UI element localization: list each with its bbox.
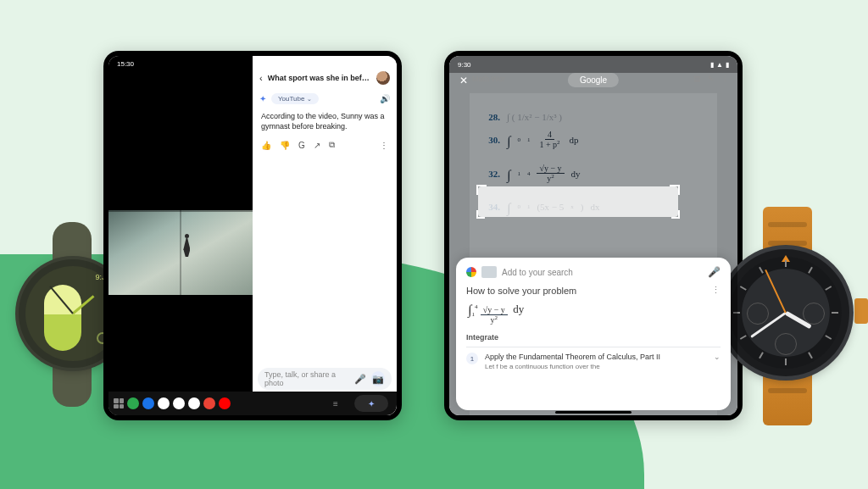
- bezel-tick: [832, 312, 838, 314]
- math-problem: 30. ∫01 41 + p2 dp: [481, 131, 705, 149]
- step-title: Apply the Fundamental Theorem of Calculu…: [485, 353, 660, 361]
- watch-subdial: [747, 303, 769, 325]
- bezel-tick: [759, 267, 764, 274]
- assistant-input[interactable]: Type, talk, or share a photo 🎤 📷: [258, 368, 392, 390]
- math-problem: 28. ∫ ( 1/x² − 1/x³ ): [481, 112, 705, 122]
- google-search-overlay[interactable]: Google: [568, 73, 619, 87]
- assistant-panel: ‹ What sport was she in befo... ✦ YouTub…: [253, 56, 397, 415]
- profile-avatar[interactable]: [376, 71, 390, 85]
- signal-icon: ▮: [365, 60, 369, 68]
- bezel-tick: [808, 352, 813, 358]
- app-youtube-icon[interactable]: [219, 397, 231, 409]
- mic-icon[interactable]: 🎤: [708, 266, 721, 278]
- bezel-tick: [808, 267, 813, 274]
- copy-icon[interactable]: ⧉: [329, 140, 335, 150]
- sparkle-icon: ✦: [259, 94, 266, 103]
- app-drawer-icon[interactable]: [114, 398, 124, 408]
- video-pane: [108, 56, 253, 415]
- input-placeholder: Type, talk, or share a photo: [264, 370, 349, 387]
- doc-action-icon[interactable]: ▤: [693, 75, 701, 83]
- status-time: 9:30: [458, 61, 471, 69]
- step-subtext: Let f be a continuous function over the: [485, 363, 660, 370]
- nav-recents-icon[interactable]: ≡: [331, 399, 341, 408]
- status-bar: 9:30 ▮ ▲ ▮: [449, 56, 737, 73]
- app-photos-icon[interactable]: [188, 397, 200, 409]
- status-bar: 15:30 ▲ ▮ 100%: [108, 56, 397, 71]
- chevron-down-icon: ⌄: [307, 96, 312, 103]
- home-indicator[interactable]: [555, 411, 632, 414]
- search-input[interactable]: Add to your search: [502, 268, 573, 277]
- assistant-launcher[interactable]: ✦: [354, 395, 388, 412]
- math-problem-selected: 32. ∫14 √y − yy2 dy: [481, 164, 705, 183]
- back-icon[interactable]: ‹: [259, 73, 263, 83]
- close-icon[interactable]: ✕: [459, 75, 468, 86]
- taskbar: ≡ ◻ ‹ ✦: [108, 392, 397, 415]
- more-icon[interactable]: ⋮: [711, 285, 721, 296]
- assistant-prompt-title: What sport was she in befo...: [268, 74, 371, 82]
- foldable-tablet-left: 15:30 ▲ ▮ 100% ‹ What sport was she in b…: [103, 51, 402, 420]
- chevron-down-icon[interactable]: ⌄: [714, 353, 721, 370]
- bezel-tick: [825, 335, 832, 340]
- battery-icon: ▮: [726, 61, 729, 69]
- google-icon[interactable]: G: [298, 141, 305, 150]
- sheet-equation: ∫14 √y − yy2 dy: [466, 296, 721, 331]
- google-logo-icon: [466, 267, 476, 277]
- mic-icon[interactable]: 🎤: [354, 374, 366, 385]
- watch-complication: [44, 285, 81, 351]
- assistant-answer: According to the video, Sunny was a gymn…: [253, 108, 397, 138]
- bezel-tick: [825, 286, 832, 291]
- second-hand: [765, 270, 787, 313]
- watch-crown[interactable]: [854, 298, 868, 324]
- solution-step[interactable]: 1 Apply the Fundamental Theorem of Calcu…: [466, 353, 721, 370]
- problem-number: 32.: [481, 169, 500, 179]
- bezel-tick: [733, 312, 740, 314]
- sheet-heading: How to solve your problem: [466, 286, 576, 296]
- speaker-icon[interactable]: 🔊: [380, 94, 390, 103]
- document-title: Math Wor: [472, 75, 505, 83]
- foldable-tablet-right: 9:30 ▮ ▲ ▮ ✕ ← Math Wor ▤ ✎ ⋮ Google: [444, 51, 743, 420]
- problem-number: 28.: [481, 112, 500, 122]
- circle-to-search-selection[interactable]: [478, 186, 678, 217]
- search-results-sheet: Add to your search 🎤 How to solve your p…: [456, 258, 731, 410]
- smartwatch-right: [722, 249, 849, 376]
- app-phone-icon[interactable]: [127, 397, 139, 409]
- video-thumbnail[interactable]: [108, 210, 253, 295]
- status-time: 15:30: [117, 60, 134, 68]
- more-icon[interactable]: ⋮: [721, 75, 729, 83]
- search-thumbnail: [481, 266, 497, 278]
- camera-icon[interactable]: 📷: [371, 371, 385, 386]
- thumbs-down-icon[interactable]: 👎: [280, 141, 290, 150]
- step-number: 1: [466, 353, 478, 364]
- watch-face: [730, 257, 842, 369]
- bezel-tick: [785, 260, 787, 267]
- google-logo-text: Google: [580, 75, 607, 85]
- bezel-tick: [785, 358, 787, 365]
- operation-label: Integrate: [466, 333, 721, 342]
- app-playstore-icon[interactable]: [203, 397, 215, 409]
- doc-action-icon[interactable]: ✎: [708, 75, 715, 83]
- problem-number: 30.: [481, 135, 500, 145]
- thumbs-up-icon[interactable]: 👍: [261, 141, 271, 150]
- app-chrome-icon[interactable]: [158, 397, 170, 409]
- more-icon[interactable]: ⋮: [380, 141, 388, 150]
- bezel-tick: [759, 352, 764, 358]
- signal-icon: ▮: [710, 61, 714, 69]
- share-icon[interactable]: ↗: [314, 141, 320, 150]
- chip-label: YouTube: [278, 95, 304, 103]
- app-gmail-icon[interactable]: [173, 397, 185, 409]
- bezel-tick: [740, 286, 747, 291]
- wifi-icon: ▲: [716, 61, 723, 69]
- sparkle-icon: ✦: [368, 399, 375, 408]
- wifi-icon: ▲: [356, 60, 363, 68]
- source-chip-youtube[interactable]: YouTube ⌄: [271, 93, 319, 104]
- battery-text: 100%: [371, 60, 388, 68]
- watch-subdial: [775, 333, 797, 355]
- bezel-tick: [740, 335, 747, 340]
- app-messages-icon[interactable]: [142, 397, 154, 409]
